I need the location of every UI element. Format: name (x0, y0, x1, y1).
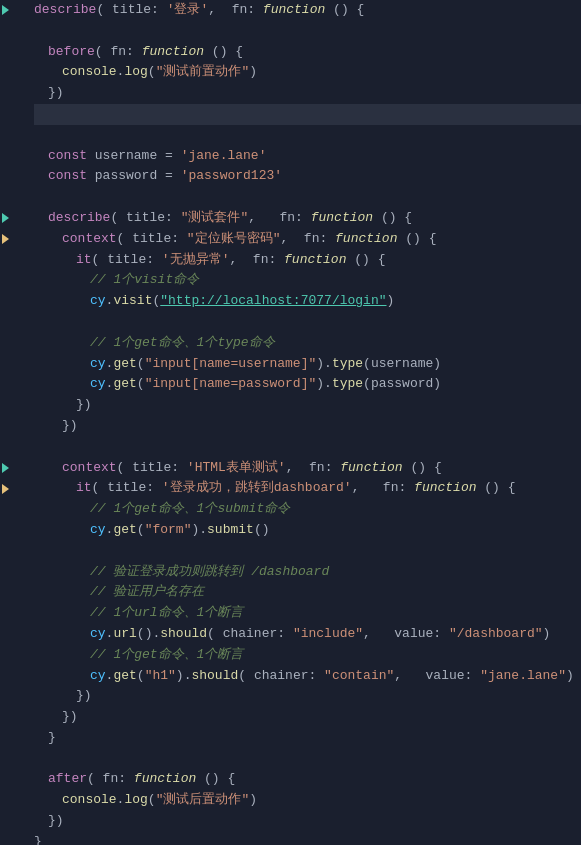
plain-token: ). (176, 666, 192, 687)
gutter-marker (0, 707, 30, 728)
plain-token: () { (325, 0, 364, 21)
method-token: type (332, 374, 363, 395)
fn-word-token: function (284, 250, 346, 271)
method-token: get (113, 520, 136, 541)
str-double-token: "input[name=username]" (145, 354, 317, 375)
gutter-marker (0, 250, 30, 271)
kw-token: after (48, 769, 87, 790)
code-line: it( title: '无抛异常', fn: function () { (34, 250, 581, 271)
gutter-marker (0, 666, 30, 687)
yellow-arrow-icon (2, 234, 9, 244)
str-double-token: "h1" (145, 666, 176, 687)
plain-token: . (117, 790, 125, 811)
code-line: context( title: 'HTML表单测试', fn: function… (34, 458, 581, 479)
gutter-marker (0, 208, 30, 229)
plain-token: () { (346, 250, 385, 271)
code-line: }) (34, 811, 581, 832)
plain-token: ( title: (92, 250, 162, 271)
plain-token: () { (204, 42, 243, 63)
plain-token: (username) (363, 354, 441, 375)
gutter-marker (0, 354, 30, 375)
fn-word-token: function (134, 769, 196, 790)
code-line: } (34, 832, 581, 845)
code-line: it( title: '登录成功，跳转到dashboard', fn: func… (34, 478, 581, 499)
code-line: cy.get("h1").should( chainer: "contain",… (34, 666, 581, 687)
str-double-token: "include" (293, 624, 363, 645)
code-lines: describe( title: '登录', fn: function () {… (30, 0, 581, 845)
method-token: submit (207, 520, 254, 541)
plain-token: ) (566, 666, 574, 687)
comment-token: // 1个get命令、1个断言 (90, 645, 243, 666)
gutter-marker (0, 541, 30, 562)
gutter-marker (0, 499, 30, 520)
plain-token: ( chainer: (238, 666, 324, 687)
plain-token: , value: (363, 624, 449, 645)
green-arrow-icon (2, 213, 9, 223)
plain-token: , value: (394, 666, 480, 687)
plain-token: ( fn: (95, 42, 142, 63)
method-token: should (191, 666, 238, 687)
plain-token: ( (148, 790, 156, 811)
plain-token: } (34, 832, 42, 845)
gutter-marker (0, 603, 30, 624)
gutter-marker (0, 832, 30, 845)
gutter-marker (0, 42, 30, 63)
str-double-token: "contain" (324, 666, 394, 687)
code-editor: describe( title: '登录', fn: function () {… (0, 0, 581, 845)
method-token: get (113, 354, 136, 375)
method-token: log (124, 62, 147, 83)
kw-token: context (62, 229, 117, 250)
code-line: } (34, 728, 581, 749)
plain-token: ( title: (96, 0, 166, 21)
code-line (34, 437, 581, 458)
gutter-marker (0, 291, 30, 312)
plain-token: username = (87, 146, 181, 167)
gutter-marker (0, 728, 30, 749)
code-line: }) (34, 416, 581, 437)
gutter (0, 0, 30, 845)
plain-token: }) (76, 686, 92, 707)
gutter-marker (0, 187, 30, 208)
str-url-token: "http://localhost:7077/login" (160, 291, 386, 312)
fn-word-token: function (340, 458, 402, 479)
plain-token: , fn: (229, 250, 284, 271)
code-line: // 1个get命令、1个断言 (34, 645, 581, 666)
cy-token: cy (90, 291, 106, 312)
gutter-marker (0, 749, 30, 770)
plain-token: , fn: (248, 208, 310, 229)
kw-token: it (76, 478, 92, 499)
plain-token: ( chainer: (207, 624, 293, 645)
plain-token: , fn: (352, 478, 414, 499)
plain-token: ) (387, 291, 395, 312)
gutter-marker (0, 0, 30, 21)
code-line: cy.get("input[name=username]").type(user… (34, 354, 581, 375)
plain-token: password = (87, 166, 181, 187)
code-line: const password = 'password123' (34, 166, 581, 187)
plain-token: (). (137, 624, 160, 645)
str-single-token: 'jane.lane' (181, 146, 267, 167)
gutter-marker (0, 437, 30, 458)
plain-token: ( (137, 520, 145, 541)
gutter-marker (0, 166, 30, 187)
str-single-token: '登录' (167, 0, 209, 21)
code-line (34, 21, 581, 42)
kw-token: const (48, 146, 87, 167)
gutter-marker (0, 416, 30, 437)
cy-token: cy (90, 520, 106, 541)
gutter-marker (0, 374, 30, 395)
fn-word-token: function (142, 42, 204, 63)
plain-token: () (254, 520, 270, 541)
gutter-marker (0, 229, 30, 250)
code-line: }) (34, 83, 581, 104)
code-line: // 1个get命令、1个submit命令 (34, 499, 581, 520)
fn-word-token: function (263, 0, 325, 21)
plain-token: . (106, 666, 114, 687)
plain-token: ( (152, 291, 160, 312)
plain-token: () { (196, 769, 235, 790)
code-line: cy.visit("http://localhost:7077/login") (34, 291, 581, 312)
plain-token: ( (148, 62, 156, 83)
kw-token: context (62, 458, 117, 479)
code-line (34, 125, 581, 146)
plain-token: , fn: (208, 0, 263, 21)
str-single-token: '无抛异常' (162, 250, 230, 271)
